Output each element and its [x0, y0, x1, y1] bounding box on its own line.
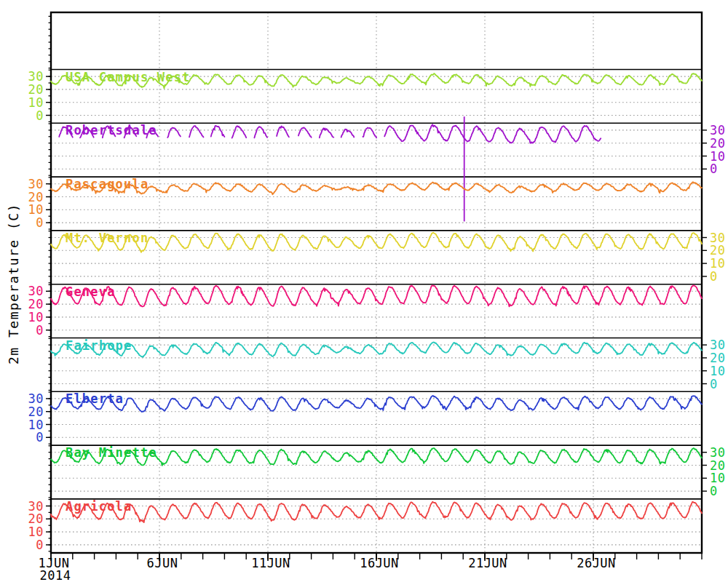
y-tick-label: 30 [710, 445, 725, 460]
station-label-robertsdale: Robertsdale [66, 123, 157, 137]
y-tick-label: 30 [710, 338, 725, 352]
y-tick-label: 10 [710, 256, 725, 271]
x-tick-label: 26JUN [577, 556, 616, 570]
y-tick-label: 0 [710, 269, 718, 284]
y-tick-label: 0 [36, 430, 44, 445]
station-label-agricola: Agricola [66, 499, 132, 514]
y-tick-label: 30 [28, 391, 44, 406]
y-tick-label: 0 [36, 538, 44, 552]
y-tick-label: 30 [28, 284, 44, 298]
x-tick-label: 21JUN [468, 556, 507, 570]
y-tick-label: 20 [710, 351, 725, 365]
y-tick-label: 30 [28, 499, 44, 514]
y-tick-label: 20 [28, 404, 44, 419]
y-tick-label: 10 [28, 418, 44, 432]
station-label-pascagoula: Pascagoula [66, 177, 149, 191]
y-tick-label: 20 [710, 136, 725, 151]
x-tick-label: 11JUN [251, 556, 290, 570]
station-label-elberta: Elberta [66, 391, 124, 406]
y-axis-title: 2m Temperature (C) [6, 203, 21, 364]
meteogram-figure: 0102030010203001020300102030010203001020… [0, 0, 728, 582]
x-year-label: 2014 [40, 568, 71, 582]
station-label-bay-minette: Bay Minette [66, 445, 157, 460]
station-label-geneva: Geneva [66, 284, 116, 299]
station-label-mt-vernon: Mt. Vernon [66, 231, 149, 245]
y-tick-label: 0 [710, 377, 718, 391]
y-tick-label: 30 [710, 231, 725, 245]
y-tick-label: 0 [36, 323, 44, 338]
y-tick-label: 0 [36, 108, 44, 123]
meteogram-chart: 0102030010203001020300102030010203001020… [0, 0, 728, 582]
y-tick-label: 10 [28, 525, 44, 539]
x-tick-label: 16JUN [360, 556, 399, 570]
y-tick-label: 20 [28, 82, 44, 97]
y-tick-label: 10 [28, 310, 44, 324]
x-tick-label: 6JUN [147, 556, 178, 570]
y-tick-label: 10 [710, 149, 725, 164]
y-tick-label: 20 [710, 458, 725, 473]
y-tick-label: 30 [710, 123, 725, 137]
y-tick-label: 20 [28, 190, 44, 204]
y-tick-label: 0 [36, 215, 44, 230]
y-tick-label: 10 [710, 471, 725, 485]
y-tick-label: 20 [28, 297, 44, 311]
y-tick-label: 20 [710, 243, 725, 258]
y-tick-label: 10 [710, 364, 725, 378]
y-tick-label: 20 [28, 511, 44, 526]
y-tick-label: 10 [28, 202, 44, 217]
y-tick-label: 30 [28, 69, 44, 84]
station-label-usa-campus-west: USA Campus West [66, 70, 191, 84]
y-tick-label: 10 [28, 95, 44, 110]
y-tick-label: 0 [710, 484, 718, 498]
y-tick-label: 30 [28, 177, 44, 191]
y-tick-label: 0 [710, 162, 718, 176]
station-label-fairhope: Fairhope [66, 338, 132, 353]
